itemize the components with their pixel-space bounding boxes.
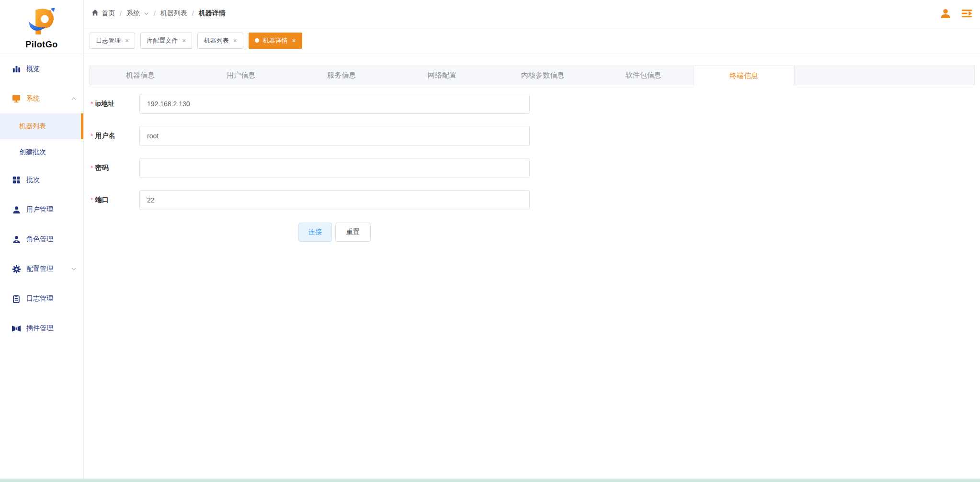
sidebar-item-role-management[interactable]: 角色管理: [0, 224, 83, 254]
tab-label: 服务信息: [327, 71, 356, 80]
sidebar-item-config-management[interactable]: 配置管理: [0, 254, 83, 284]
tab-network-config[interactable]: 网络配置: [392, 66, 492, 85]
form-row-ip: * ip地址: [90, 94, 975, 114]
close-icon[interactable]: ×: [182, 37, 186, 44]
breadcrumb-home[interactable]: 首页: [91, 9, 115, 18]
tab-label: 内核参数信息: [521, 71, 564, 80]
breadcrumb-separator: /: [192, 10, 194, 17]
port-input[interactable]: [139, 190, 530, 210]
field-label-text: 端口: [95, 196, 108, 204]
chevron-down-icon: [71, 266, 77, 272]
breadcrumb-machine-detail: 机器详情: [199, 9, 226, 18]
tag-label: 机器详情: [263, 36, 288, 45]
password-label: * 密码: [90, 164, 139, 172]
breadcrumb-label: 系统: [126, 9, 140, 18]
sidebar-item-label: 配置管理: [26, 265, 71, 273]
required-marker: *: [91, 132, 93, 140]
sidebar-item-label: 插件管理: [26, 324, 77, 333]
breadcrumb-system[interactable]: 系统: [126, 9, 149, 18]
sidebar-item-batch[interactable]: 批次: [0, 165, 83, 195]
tab-label: 终端信息: [729, 71, 758, 80]
ip-address-input[interactable]: [139, 94, 530, 114]
user-avatar-icon[interactable]: [939, 7, 952, 20]
sidebar-item-overview[interactable]: 概览: [0, 54, 83, 84]
tab-user-info[interactable]: 用户信息: [191, 66, 291, 85]
tab-label: 网络配置: [428, 71, 456, 80]
required-marker: *: [91, 164, 93, 172]
detail-tabs: 机器信息 用户信息 服务信息 网络配置 内核参数信息 软件包信息 终端信息: [90, 66, 975, 85]
required-marker: *: [91, 196, 93, 204]
close-icon[interactable]: ×: [292, 37, 296, 44]
connect-button[interactable]: 连接: [298, 223, 332, 242]
sidebar-item-label: 角色管理: [26, 235, 77, 244]
plugin-icon: [11, 324, 21, 333]
clipboard-icon: [11, 294, 21, 303]
app-logo: PilotGo: [0, 0, 83, 54]
terminal-connect-form: * ip地址 * 用户名 * 密码 * 端口: [90, 85, 975, 242]
sidebar-item-label: 系统: [26, 94, 71, 103]
breadcrumb-separator: /: [154, 10, 156, 17]
monitor-icon: [11, 94, 21, 103]
chevron-up-icon: [71, 96, 77, 101]
breadcrumb-separator: /: [120, 10, 122, 17]
pilotgo-logo-icon: [26, 6, 57, 39]
chevron-down-icon: [144, 11, 149, 16]
sidebar-item-label: 创建批次: [19, 148, 46, 157]
username-input[interactable]: [139, 126, 530, 146]
tab-terminal-info[interactable]: 终端信息: [694, 66, 794, 86]
tag-machine-list[interactable]: 机器列表 ×: [197, 33, 243, 49]
home-icon: [91, 9, 99, 18]
sidebar-item-user-management[interactable]: 用户管理: [0, 195, 83, 224]
app-name: PilotGo: [25, 40, 58, 50]
tag-label: 日志管理: [96, 36, 121, 45]
breadcrumb-label: 首页: [102, 9, 115, 18]
reset-button[interactable]: 重置: [335, 223, 371, 242]
bar-chart-icon: [11, 64, 21, 74]
tag-log-management[interactable]: 日志管理 ×: [90, 33, 135, 49]
ip-address-label: * ip地址: [90, 100, 139, 108]
sidebar-menu: 概览 系统 机器列表 创建批次: [0, 54, 83, 343]
sidebar-item-label: 概览: [26, 65, 77, 73]
close-icon[interactable]: ×: [233, 37, 237, 44]
port-label: * 端口: [90, 196, 139, 204]
sidebar-item-create-batch[interactable]: 创建批次: [0, 139, 83, 165]
menu-unfold-icon[interactable]: [960, 7, 973, 20]
field-label-text: 密码: [95, 164, 108, 172]
sidebar-item-machine-list[interactable]: 机器列表: [0, 113, 83, 139]
sidebar-item-label: 机器列表: [19, 122, 46, 131]
form-row-username: * 用户名: [90, 126, 975, 146]
tab-label: 软件包信息: [626, 71, 661, 80]
tag-machine-detail[interactable]: 机器详情 ×: [249, 33, 302, 49]
tab-software-packages[interactable]: 软件包信息: [593, 66, 694, 85]
breadcrumb-machine-list[interactable]: 机器列表: [160, 9, 187, 18]
field-label-text: 用户名: [95, 132, 115, 140]
tab-label: 机器信息: [126, 71, 155, 80]
tab-service-info[interactable]: 服务信息: [291, 66, 392, 85]
open-tags-bar: 日志管理 × 库配置文件 × 机器列表 × 机器详情 ×: [84, 27, 980, 54]
breadcrumb-label: 机器列表: [160, 9, 187, 18]
user-icon: [11, 205, 21, 214]
grid-icon: [11, 175, 21, 185]
topbar-icons: [939, 7, 974, 20]
form-row-password: * 密码: [90, 158, 975, 178]
sidebar-item-label: 用户管理: [26, 205, 77, 214]
sidebar-item-plugin-management[interactable]: 插件管理: [0, 314, 83, 343]
close-icon[interactable]: ×: [125, 37, 129, 44]
tab-kernel-params[interactable]: 内核参数信息: [492, 66, 593, 85]
role-icon: [11, 235, 21, 244]
top-header: 首页 / 系统 / 机器列表 / 机器详情: [84, 0, 980, 27]
tag-label: 机器列表: [204, 36, 228, 45]
form-buttons: 连接 重置: [139, 223, 530, 242]
sidebar-item-label: 批次: [26, 176, 77, 184]
sidebar-item-log-management[interactable]: 日志管理: [0, 284, 83, 314]
required-marker: *: [91, 100, 93, 108]
field-label-text: ip地址: [95, 100, 114, 108]
tag-repo-config-file[interactable]: 库配置文件 ×: [140, 33, 192, 49]
gear-icon: [11, 264, 21, 274]
sidebar-item-system[interactable]: 系统: [0, 84, 83, 113]
tab-machine-info[interactable]: 机器信息: [90, 66, 191, 85]
tab-label: 用户信息: [227, 71, 255, 80]
password-input[interactable]: [139, 158, 530, 178]
sidebar: PilotGo 概览 系统: [0, 0, 84, 479]
machine-detail-card: 机器信息 用户信息 服务信息 网络配置 内核参数信息 软件包信息 终端信息 * …: [90, 66, 975, 242]
